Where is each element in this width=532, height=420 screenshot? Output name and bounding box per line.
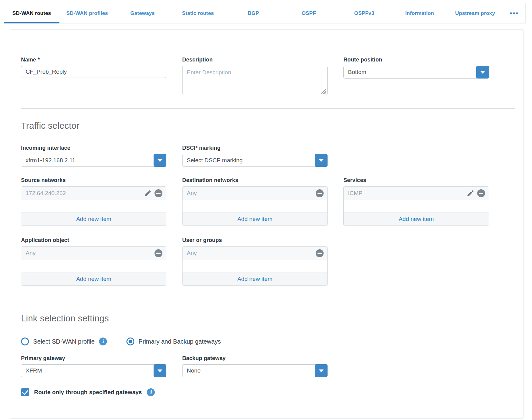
radio-primary-backup-gateways[interactable]: Primary and Backup gateways [126, 338, 221, 345]
route-position-dropdown[interactable]: Bottom [343, 66, 489, 79]
more-horizontal-icon [510, 12, 512, 14]
tab-sdwan-routes[interactable]: SD-WAN routes [4, 3, 59, 23]
add-new-item-button[interactable]: Add new item [183, 272, 327, 285]
route-only-checkbox-row: Route only through specified gateways i [21, 388, 515, 396]
backup-gateway-dropdown-button[interactable] [315, 364, 328, 377]
traffic-selector-heading: Traffic selector [21, 121, 515, 131]
incoming-interface-label: Incoming interface [21, 145, 166, 151]
list-item: Any [21, 247, 166, 260]
route-only-checkbox-label: Route only through specified gateways [34, 389, 142, 396]
name-input[interactable] [21, 66, 166, 78]
dscp-marking-dropdown-button[interactable] [315, 154, 328, 167]
add-new-item-button[interactable]: Add new item [21, 272, 166, 285]
list-item-text: Any [187, 190, 316, 197]
radio-label: Primary and Backup gateways [139, 338, 221, 345]
source-networks-field-group: Source networks 172.64.240.252 Add new i… [21, 177, 166, 226]
radio-select-sdwan-profile[interactable]: Select SD-WAN profile [21, 338, 95, 345]
backup-gateway-field-group: Backup gateway None [182, 355, 328, 377]
services-list: ICMP Add new item [343, 186, 489, 226]
incoming-interface-field-group: Incoming interface xfrm1-192.168.2.11 [21, 145, 166, 167]
services-label: Services [343, 177, 489, 184]
user-or-groups-label: User or groups [182, 237, 328, 243]
tab-sdwan-profiles[interactable]: SD-WAN profiles [59, 3, 115, 23]
list-item: ICMP [344, 187, 489, 200]
dscp-marking-field-group: DSCP marking Select DSCP marking [182, 145, 328, 167]
destination-networks-list: Any Add new item [182, 186, 328, 226]
info-icon[interactable]: i [99, 338, 107, 345]
backup-gateway-value: None [183, 365, 327, 377]
list-item: Any [183, 187, 327, 200]
name-field-group: Name * [21, 57, 166, 96]
section-divider [21, 108, 515, 109]
dscp-marking-value: Select DSCP marking [183, 154, 327, 166]
remove-minus-icon[interactable] [316, 249, 324, 257]
services-field-group: Services ICMP Add new item [343, 177, 489, 226]
radio-label: Select SD-WAN profile [33, 338, 95, 345]
tab-static-routes[interactable]: Static routes [170, 3, 226, 23]
user-or-groups-list: Any Add new item [182, 246, 328, 286]
chevron-down-icon [480, 71, 485, 74]
incoming-interface-dropdown[interactable]: xfrm1-192.168.2.11 [21, 154, 166, 167]
chevron-down-icon [319, 369, 324, 372]
route-position-field-group: Route position Bottom [343, 57, 489, 96]
application-object-field-group: Application object Any Add new item [21, 237, 166, 286]
remove-minus-icon[interactable] [154, 189, 162, 197]
source-networks-label: Source networks [21, 177, 166, 184]
list-item-text: ICMP [348, 190, 466, 197]
section-divider [21, 301, 515, 301]
radio-selected-icon[interactable] [126, 338, 134, 345]
backup-gateway-dropdown[interactable]: None [182, 364, 328, 377]
chevron-down-icon [319, 159, 324, 162]
description-label: Description [182, 57, 328, 63]
list-item: Any [183, 247, 327, 260]
dscp-marking-dropdown[interactable]: Select DSCP marking [182, 154, 328, 167]
tab-bar: SD-WAN routes SD-WAN profiles Gateways S… [4, 3, 526, 23]
add-new-item-button[interactable]: Add new item [183, 212, 327, 226]
info-icon[interactable]: i [147, 388, 155, 396]
backup-gateway-label: Backup gateway [182, 355, 328, 362]
link-mode-radio-group: Select SD-WAN profile i Primary and Back… [21, 338, 515, 345]
primary-gateway-value: XFRM [21, 365, 166, 377]
destination-networks-label: Destination networks [182, 177, 328, 184]
edit-pencil-icon[interactable] [466, 189, 474, 197]
primary-gateway-field-group: Primary gateway XFRM [21, 355, 166, 377]
chevron-down-icon [158, 159, 162, 162]
tab-ospf[interactable]: OSPF [281, 3, 336, 23]
remove-minus-icon[interactable] [477, 189, 485, 197]
name-label: Name * [21, 57, 166, 63]
list-item-text: Any [187, 250, 316, 257]
more-tabs-button[interactable] [503, 3, 525, 23]
application-object-list: Any Add new item [21, 246, 166, 286]
application-object-label: Application object [21, 237, 166, 243]
primary-gateway-label: Primary gateway [21, 355, 166, 362]
tab-information[interactable]: Information [392, 3, 447, 23]
incoming-interface-dropdown-button[interactable] [154, 154, 166, 167]
primary-gateway-dropdown-button[interactable] [154, 364, 166, 377]
link-selection-heading: Link selection settings [21, 313, 515, 324]
tab-upstream-proxy[interactable]: Upstream proxy [447, 3, 503, 23]
route-position-dropdown-button[interactable] [476, 66, 489, 79]
tab-ospfv3[interactable]: OSPFv3 [336, 3, 392, 23]
user-or-groups-field-group: User or groups Any Add new item [182, 237, 328, 286]
dscp-marking-label: DSCP marking [182, 145, 328, 151]
tab-bgp[interactable]: BGP [226, 3, 281, 23]
remove-minus-icon[interactable] [316, 189, 324, 197]
destination-networks-field-group: Destination networks Any Add new item [182, 177, 328, 226]
list-item-text: Any [26, 250, 154, 257]
add-new-item-button[interactable]: Add new item [21, 212, 166, 226]
list-item: 172.64.240.252 [21, 187, 166, 200]
description-field-group: Description [182, 57, 328, 96]
source-networks-list: 172.64.240.252 Add new item [21, 186, 166, 226]
add-new-item-button[interactable]: Add new item [344, 212, 489, 226]
edit-pencil-icon[interactable] [144, 189, 152, 197]
route-position-label: Route position [343, 57, 489, 63]
primary-gateway-dropdown[interactable]: XFRM [21, 364, 166, 377]
checkbox-checked-icon[interactable] [21, 388, 29, 396]
description-textarea[interactable] [182, 66, 328, 95]
tab-gateways[interactable]: Gateways [115, 3, 170, 23]
radio-unselected-icon[interactable] [21, 338, 29, 345]
remove-minus-icon[interactable] [154, 249, 162, 257]
route-position-value: Bottom [344, 66, 489, 78]
incoming-interface-value: xfrm1-192.168.2.11 [21, 154, 166, 166]
list-item-text: 172.64.240.252 [26, 190, 144, 197]
